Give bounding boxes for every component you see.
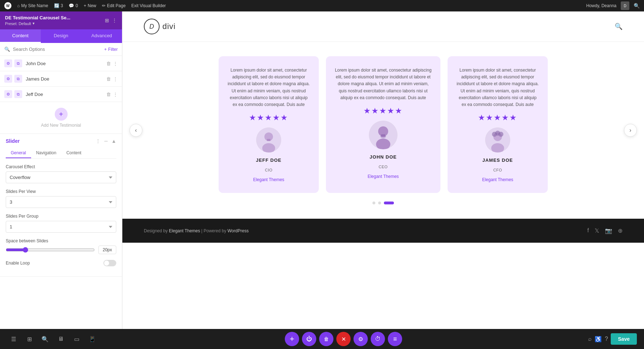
- carousel-prev-button[interactable]: ‹: [130, 124, 142, 137]
- list-item[interactable]: ⚙ ⧉ Jeff Doe 🗑 ⋮: [0, 87, 122, 102]
- search-input[interactable]: [13, 47, 101, 52]
- more-options-icon[interactable]: ⋮: [113, 76, 118, 82]
- carousel-next-button[interactable]: ›: [624, 124, 637, 137]
- tab-advanced[interactable]: Advanced: [81, 29, 122, 43]
- sub-tab-general[interactable]: General: [6, 148, 31, 158]
- delete-icon[interactable]: 🗑: [106, 76, 111, 82]
- wp-exit-builder[interactable]: Exit Visual Builder: [131, 3, 166, 8]
- settings-icon[interactable]: ⚙: [4, 75, 12, 83]
- avatar: [256, 127, 281, 152]
- dot-0[interactable]: [372, 202, 375, 204]
- wp-comments[interactable]: 💬 0: [69, 3, 78, 8]
- panel-tabs: Content Design Advanced: [0, 29, 122, 43]
- space-slider[interactable]: [6, 247, 95, 253]
- copy-icon[interactable]: ⧉: [14, 59, 22, 67]
- layout-button[interactable]: ≡: [388, 332, 402, 346]
- testimonial-company: Elegant Themes: [482, 177, 513, 182]
- menu-icon[interactable]: ☰: [7, 333, 20, 345]
- delete-icon[interactable]: 🗑: [106, 92, 111, 97]
- history-button[interactable]: ⏱: [371, 332, 385, 346]
- slides-per-view-select[interactable]: 3: [6, 196, 116, 208]
- list-item[interactable]: ⚙ ⧉ John Doe 🗑 ⋮: [0, 56, 122, 71]
- more-icon[interactable]: ⋮: [112, 18, 117, 23]
- wp-updates[interactable]: 🔄 3: [54, 3, 63, 8]
- wp-new[interactable]: + New: [84, 3, 96, 8]
- dot-2[interactable]: [384, 202, 394, 204]
- avatar-image: [485, 127, 510, 152]
- facebook-icon[interactable]: f: [587, 227, 589, 234]
- save-button[interactable]: Save: [611, 333, 637, 345]
- list-item[interactable]: ⚙ ⧉ James Doe 🗑 ⋮: [0, 71, 122, 87]
- testimonial-name: JEFF DOE: [256, 157, 282, 163]
- copy-icon[interactable]: ⧉: [14, 75, 22, 83]
- main-preview: D divi 🔍 ‹ › Lorem ipsum dolor sit amet,…: [122, 11, 644, 329]
- space-slider-row: [6, 246, 116, 254]
- carousel-effect-select[interactable]: Coverflow: [6, 171, 116, 183]
- site-search-icon[interactable]: 🔍: [615, 23, 623, 30]
- grid-icon[interactable]: ⊞: [105, 18, 109, 23]
- wp-site-name[interactable]: ⌂ My Site Name: [17, 3, 48, 8]
- wp-logo-item[interactable]: W: [4, 2, 11, 9]
- item-name: John Doe: [26, 61, 103, 66]
- space-value-input[interactable]: [98, 246, 116, 254]
- close-button[interactable]: ✕: [336, 332, 351, 346]
- item-icons: ⚙ ⧉: [4, 75, 22, 83]
- section-controls: ⋮ ↔ ▲: [96, 138, 116, 144]
- add-module-button[interactable]: +: [285, 332, 299, 346]
- toolbar-left: ☰ ⊞ 🔍 🖥 ▭ 📱: [7, 333, 99, 345]
- preset-label: Preset: Default ▾: [5, 21, 70, 26]
- settings-icon[interactable]: ⚙: [4, 90, 12, 98]
- sub-tab-navigation[interactable]: Navigation: [31, 148, 62, 158]
- delete-icon[interactable]: 🗑: [106, 61, 111, 66]
- site-preview: D divi 🔍 ‹ › Lorem ipsum dolor sit amet,…: [122, 11, 644, 329]
- search-icon-wpbar[interactable]: 🔍: [634, 3, 640, 9]
- more-icon[interactable]: ⋮: [96, 138, 101, 144]
- avatar-image: [369, 121, 397, 149]
- drag-icon[interactable]: ↔: [103, 138, 108, 144]
- item-icons: ⚙ ⧉: [4, 59, 22, 67]
- carousel-track: Lorem ipsum dolor sit amet, consectetur …: [122, 56, 644, 193]
- user-avatar: D: [621, 1, 629, 10]
- collapse-button[interactable]: ▲: [111, 138, 116, 144]
- power-button[interactable]: ⏻: [302, 332, 316, 346]
- grid-view-icon[interactable]: ⊞: [23, 333, 36, 345]
- dot-1[interactable]: [378, 202, 381, 204]
- testimonial-name: JOHN DOE: [370, 154, 397, 160]
- testimonial-company: Elegant Themes: [253, 177, 284, 182]
- tab-content[interactable]: Content: [0, 29, 41, 43]
- loop-label: Enable Loop: [6, 261, 30, 266]
- testimonial-company: Elegant Themes: [367, 174, 399, 179]
- left-panel: DE Testimonial Carousel Se... Preset: De…: [0, 11, 122, 349]
- phone-icon[interactable]: 📱: [86, 333, 99, 345]
- zoom-icon[interactable]: ⌕: [588, 336, 592, 342]
- wp-edit-page[interactable]: ✏ Edit Page: [102, 3, 126, 8]
- search-icon: 🔍: [4, 47, 10, 52]
- loop-toggle[interactable]: [103, 260, 116, 266]
- add-new-section: + Add New Testimonial: [0, 102, 122, 134]
- wp-bar-right: Howdy, Deanna D 🔍: [586, 1, 640, 10]
- site-footer: Designed by Elegant Themes | Powered by …: [122, 219, 644, 243]
- rss-icon[interactable]: ⊕: [618, 227, 623, 234]
- help-icon[interactable]: ?: [605, 336, 608, 342]
- tablet-icon[interactable]: ▭: [70, 333, 83, 345]
- sub-tab-content[interactable]: Content: [61, 148, 86, 158]
- display-icon[interactable]: 🖥: [54, 333, 67, 345]
- copy-icon[interactable]: ⧉: [14, 90, 22, 98]
- testimonial-text: Lorem ipsum dolor sit amet, consectetur …: [227, 67, 310, 108]
- filter-button[interactable]: + Filter: [104, 47, 118, 52]
- settings-button[interactable]: ⚙: [353, 332, 368, 346]
- logo-circle: D: [144, 19, 160, 34]
- settings-icon[interactable]: ⚙: [4, 59, 12, 67]
- more-options-icon[interactable]: ⋮: [113, 61, 118, 66]
- accessibility-icon[interactable]: ♿: [595, 336, 602, 343]
- elegant-themes-link[interactable]: Elegant Themes: [169, 228, 200, 233]
- delete-button[interactable]: 🗑: [319, 332, 333, 346]
- tab-design[interactable]: Design: [41, 29, 82, 43]
- search-toolbar-icon[interactable]: 🔍: [39, 333, 52, 345]
- slides-per-group-select[interactable]: 1: [6, 221, 116, 233]
- add-testimonial-button[interactable]: +: [55, 108, 68, 121]
- instagram-icon[interactable]: 📷: [605, 227, 612, 234]
- twitter-x-icon[interactable]: 𝕏: [595, 227, 599, 234]
- more-options-icon[interactable]: ⋮: [113, 92, 118, 97]
- wordpress-link[interactable]: WordPress: [228, 228, 249, 233]
